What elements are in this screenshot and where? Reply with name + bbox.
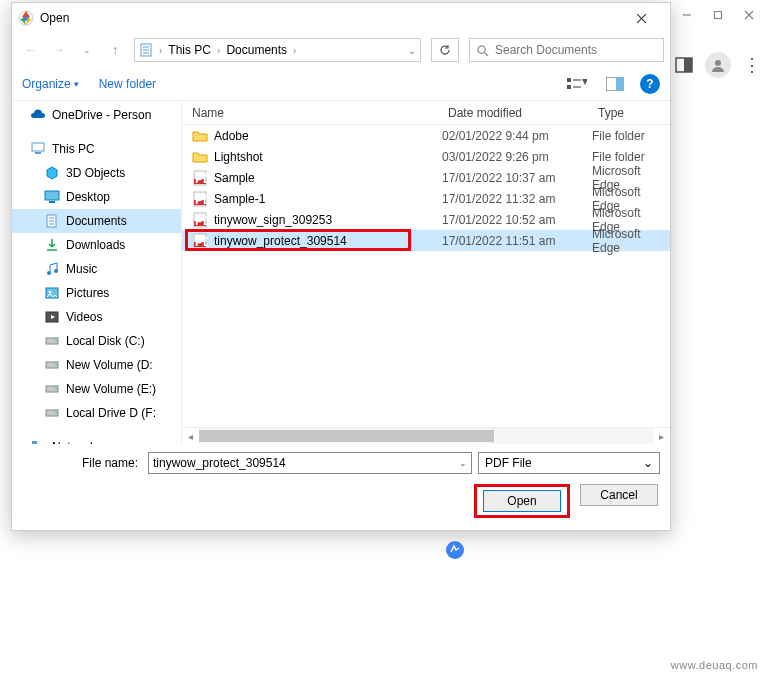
svg-rect-25 — [35, 152, 41, 154]
sidebar-item-3d-objects[interactable]: 3D Objects — [12, 161, 181, 185]
help-button[interactable]: ? — [640, 74, 660, 94]
filetype-value: PDF File — [485, 456, 532, 470]
chevron-down-icon[interactable]: ⌄ — [459, 458, 467, 468]
chevron-down-icon[interactable]: ⌄ — [408, 45, 416, 56]
drive-icon — [44, 405, 60, 421]
scroll-left-icon[interactable]: ◂ — [182, 428, 199, 444]
sidebar-item-local-drive-d-f-[interactable]: Local Drive D (F: — [12, 401, 181, 425]
svg-text:▾: ▾ — [582, 77, 587, 88]
open-highlight: Open — [474, 484, 570, 518]
view-options-button[interactable]: ▾ — [564, 73, 590, 95]
sidebar-item-videos[interactable]: Videos — [12, 305, 181, 329]
side-panel-icon[interactable] — [674, 55, 694, 75]
file-type: Microsoft Edge — [592, 227, 670, 255]
back-button[interactable]: ← — [18, 37, 44, 63]
preview-pane-button[interactable] — [602, 73, 628, 95]
forward-button[interactable]: → — [46, 37, 72, 63]
drive-icon — [44, 381, 60, 397]
sidebar-item-label: Documents — [66, 214, 127, 228]
sidebar-item-label: Desktop — [66, 190, 110, 204]
sidebar-item-label: 3D Objects — [66, 166, 125, 180]
column-date[interactable]: Date modified — [442, 106, 592, 120]
chevron-right-icon: › — [291, 45, 298, 56]
sidebar-item-label: Local Drive D (F: — [66, 406, 156, 420]
dialog-title: Open — [40, 11, 619, 25]
open-button[interactable]: Open — [483, 490, 561, 512]
file-name: tinywow_protect_309514 — [214, 234, 347, 248]
search-input[interactable]: Search Documents — [469, 38, 664, 62]
sidebar-item-downloads[interactable]: Downloads — [12, 233, 181, 257]
svg-rect-26 — [45, 191, 59, 200]
recent-dropdown[interactable]: ⌄ — [74, 37, 100, 63]
dialog-footer: File name: tinywow_protect_309514 ⌄ PDF … — [12, 444, 670, 530]
svg-rect-5 — [684, 58, 692, 72]
sidebar-item-onedrive-person[interactable]: OneDrive - Person — [12, 103, 181, 127]
filetype-select[interactable]: PDF File ⌄ — [478, 452, 660, 474]
svg-point-41 — [55, 364, 57, 366]
desktop-icon — [44, 189, 60, 205]
sidebar-item-network[interactable]: Network — [12, 435, 181, 444]
pdf-icon: PDF — [192, 191, 208, 207]
svg-text:PDF: PDF — [195, 193, 208, 207]
folder-icon — [192, 128, 208, 144]
file-date: 17/01/2022 11:51 am — [442, 234, 592, 248]
titlebar: Open — [12, 3, 670, 33]
sidebar-item-pictures[interactable]: Pictures — [12, 281, 181, 305]
up-button[interactable]: ↑ — [102, 37, 128, 63]
svg-point-36 — [49, 291, 52, 294]
documents-icon — [44, 213, 60, 229]
file-row[interactable]: PDFtinywow_protect_30951417/01/2022 11:5… — [182, 230, 670, 251]
open-file-dialog: Open ← → ⌄ ↑ › This PC › Documents › ⌄ S… — [11, 2, 671, 531]
chevron-down-icon: ⌄ — [643, 456, 653, 470]
file-name: Lightshot — [214, 150, 263, 164]
column-name[interactable]: Name — [182, 106, 442, 120]
sidebar-item-new-volume-d-[interactable]: New Volume (D: — [12, 353, 181, 377]
scrollbar-thumb[interactable] — [199, 430, 494, 442]
sidebar-item-new-volume-e-[interactable]: New Volume (E:) — [12, 377, 181, 401]
file-date: 17/01/2022 11:32 am — [442, 192, 592, 206]
sidebar-item-desktop[interactable]: Desktop — [12, 185, 181, 209]
svg-rect-27 — [49, 201, 55, 203]
breadcrumb-documents[interactable]: Documents — [224, 43, 289, 57]
cancel-button[interactable]: Cancel — [580, 484, 658, 506]
scroll-right-icon[interactable]: ▸ — [653, 428, 670, 444]
svg-rect-23 — [616, 77, 624, 91]
file-header: Name Date modified Type — [182, 101, 670, 125]
filename-value: tinywow_protect_309514 — [153, 456, 286, 470]
music-icon — [44, 261, 60, 277]
horizontal-scrollbar[interactable]: ◂ ▸ — [182, 427, 670, 444]
sidebar-item-this-pc[interactable]: This PC — [12, 137, 181, 161]
breadcrumb-this-pc[interactable]: This PC — [166, 43, 213, 57]
svg-rect-18 — [567, 85, 571, 89]
svg-line-16 — [484, 52, 488, 56]
filename-input[interactable]: tinywow_protect_309514 ⌄ — [148, 452, 472, 474]
sidebar-item-music[interactable]: Music — [12, 257, 181, 281]
svg-point-6 — [715, 60, 721, 66]
organize-button[interactable]: Organize▾ — [22, 77, 79, 91]
window-close-button[interactable] — [733, 0, 764, 30]
sidebar-item-label: Pictures — [66, 286, 109, 300]
downloads-icon — [44, 237, 60, 253]
window-maximize-button[interactable] — [702, 0, 733, 30]
svg-rect-17 — [567, 78, 571, 82]
dialog-toolbar: Organize▾ New folder ▾ ? — [12, 67, 670, 101]
window-minimize-button[interactable] — [671, 0, 702, 30]
navigation-bar: ← → ⌄ ↑ › This PC › Documents › ⌄ Search… — [12, 33, 670, 67]
svg-text:PDF: PDF — [195, 235, 208, 249]
sidebar-item-documents[interactable]: Documents — [12, 209, 181, 233]
new-folder-button[interactable]: New folder — [99, 77, 156, 91]
sidebar-item-local-disk-c-[interactable]: Local Disk (C:) — [12, 329, 181, 353]
avatar-icon[interactable] — [705, 52, 731, 78]
kebab-menu-icon[interactable]: ⋮ — [742, 55, 762, 75]
column-type[interactable]: Type — [592, 106, 670, 120]
close-icon[interactable] — [619, 3, 664, 33]
refresh-button[interactable] — [431, 38, 459, 62]
svg-point-39 — [55, 340, 57, 342]
file-row[interactable]: Adobe02/01/2022 9:44 pmFile folder — [182, 125, 670, 146]
sidebar-item-label: Downloads — [66, 238, 125, 252]
3d-icon — [44, 165, 60, 181]
chevron-right-icon: › — [157, 45, 164, 56]
file-type: File folder — [592, 129, 670, 143]
breadcrumb[interactable]: › This PC › Documents › ⌄ — [134, 38, 421, 62]
pdf-icon: PDF — [192, 212, 208, 228]
